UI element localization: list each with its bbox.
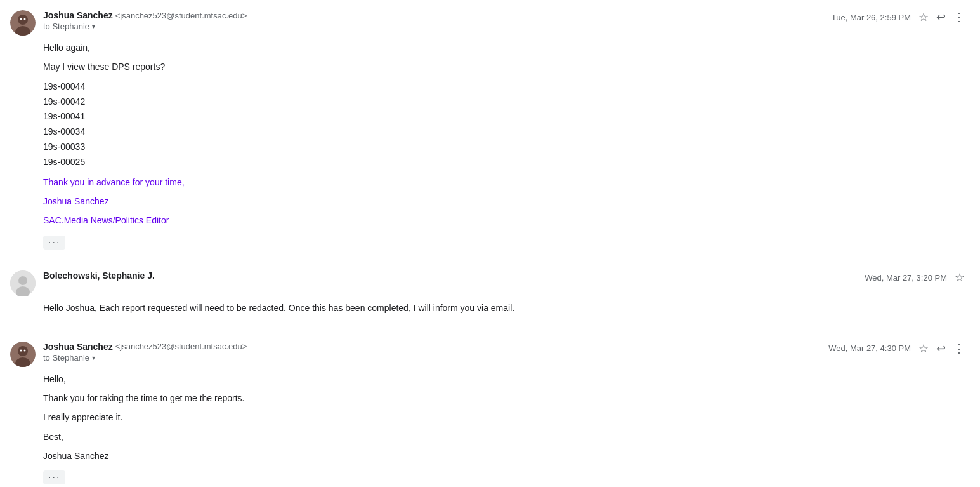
recipient-label-1: to Stephanie (43, 22, 89, 31)
closing-3: Best, (43, 430, 965, 444)
sender-email-1: <jsanchez523@student.mtsac.edu> (115, 11, 247, 20)
email-item-3: Joshua Sanchez <jsanchez523@student.mtsa… (0, 331, 980, 487)
sender-name-2: Bolechowski, Stephanie J. (43, 270, 155, 281)
svg-point-12 (24, 349, 26, 351)
more-button-1[interactable]: ⋮ (953, 10, 965, 24)
email-timestamp-2: Wed, Mar 27, 3:20 PM (865, 273, 947, 283)
email-header-left-2: Bolechowski, Stephanie J. (10, 270, 865, 296)
signature-name-1[interactable]: Joshua Sanchez (43, 196, 109, 206)
signature-name-3: Joshua Sanchez (43, 449, 965, 463)
svg-point-1 (18, 15, 28, 25)
body-line1-1: May I view these DPS reports? (43, 60, 965, 74)
recipient-dropdown-1[interactable]: ▾ (92, 23, 95, 30)
report-item-2: 19s-00041 (43, 109, 965, 124)
thanks-line-1: Thank you in advance for your time, (43, 177, 185, 187)
email-item-1: Joshua Sanchez <jsanchez523@student.mtsa… (0, 0, 980, 260)
email-thread: Joshua Sanchez <jsanchez523@student.mtsa… (0, 0, 980, 487)
svg-point-11 (20, 349, 22, 351)
svg-point-3 (20, 18, 22, 20)
reply-button-3[interactable]: ↩ (936, 342, 946, 356)
reply-button-1[interactable]: ↩ (936, 10, 946, 24)
star-button-3[interactable]: ☆ (918, 342, 929, 356)
sender-info-1: Joshua Sanchez <jsanchez523@student.mtsa… (43, 10, 832, 31)
email-actions-2: Wed, Mar 27, 3:20 PM ☆ (865, 270, 965, 284)
email-actions-3: Wed, Mar 27, 4:30 PM ☆ ↩ ⋮ (828, 342, 965, 356)
report-item-5: 19s-00025 (43, 155, 965, 170)
greeting-1: Hello again, (43, 41, 965, 55)
sender-name-row-1: Joshua Sanchez <jsanchez523@student.mtsa… (43, 10, 832, 20)
sender-email-3: <jsanchez523@student.mtsac.edu> (115, 342, 247, 351)
email-header-left-3: Joshua Sanchez <jsanchez523@student.mtsa… (10, 342, 828, 367)
avatar-3 (10, 342, 36, 367)
sender-name-3: Joshua Sanchez (43, 342, 113, 352)
email-body-2: Hello Joshua, Each report requested will… (43, 301, 965, 315)
email-header-left-1: Joshua Sanchez <jsanchez523@student.mtsa… (10, 10, 832, 36)
signature-title-1[interactable]: SAC.Media News/Politics Editor (43, 215, 169, 225)
report-item-0: 19s-00044 (43, 79, 965, 95)
avatar-2 (10, 270, 36, 296)
body-line2-3: I really appreciate it. (43, 410, 965, 424)
ellipsis-button-3[interactable]: ··· (43, 470, 65, 484)
email-timestamp-3: Wed, Mar 27, 4:30 PM (828, 344, 911, 353)
star-button-2[interactable]: ☆ (955, 270, 965, 284)
svg-point-9 (18, 346, 28, 356)
sender-name-row-3: Joshua Sanchez <jsanchez523@student.mtsa… (43, 342, 828, 352)
sender-name-row-2: Bolechowski, Stephanie J. (43, 270, 865, 281)
sender-info-2: Bolechowski, Stephanie J. (43, 270, 865, 282)
email-item-2: Bolechowski, Stephanie J. Wed, Mar 27, 3… (0, 260, 980, 331)
recipient-label-3: to Stephanie (43, 353, 89, 363)
email-header-1: Joshua Sanchez <jsanchez523@student.mtsa… (10, 10, 965, 36)
sender-name-1: Joshua Sanchez (43, 10, 113, 20)
svg-point-4 (24, 18, 26, 20)
recipient-dropdown-3[interactable]: ▾ (92, 354, 95, 361)
sender-info-3: Joshua Sanchez <jsanchez523@student.mtsa… (43, 342, 828, 363)
more-button-3[interactable]: ⋮ (953, 342, 965, 356)
star-button-1[interactable]: ☆ (918, 10, 929, 24)
recipient-row-1: to Stephanie ▾ (43, 22, 832, 31)
body-message-2: Hello Joshua, Each report requested will… (43, 301, 965, 315)
email-header-3: Joshua Sanchez <jsanchez523@student.mtsa… (10, 342, 965, 367)
avatar-1 (10, 10, 36, 36)
report-item-1: 19s-00042 (43, 95, 965, 110)
email-actions-1: Tue, Mar 26, 2:59 PM ☆ ↩ ⋮ (832, 10, 965, 24)
recipient-row-3: to Stephanie ▾ (43, 353, 828, 363)
email-timestamp-1: Tue, Mar 26, 2:59 PM (832, 13, 911, 22)
svg-point-6 (18, 276, 27, 285)
report-item-4: 19s-00033 (43, 140, 965, 155)
email-body-3: Hello, Thank you for taking the time to … (43, 372, 965, 485)
report-item-3: 19s-00034 (43, 124, 965, 140)
ellipsis-button-1[interactable]: ··· (43, 236, 65, 250)
email-body-1: Hello again, May I view these DPS report… (43, 41, 965, 250)
greeting-3: Hello, (43, 372, 965, 386)
body-line1-3: Thank you for taking the time to get me … (43, 391, 965, 405)
email-header-2: Bolechowski, Stephanie J. Wed, Mar 27, 3… (10, 270, 965, 296)
report-list-1: 19s-00044 19s-00042 19s-00041 19s-00034 … (43, 79, 965, 170)
